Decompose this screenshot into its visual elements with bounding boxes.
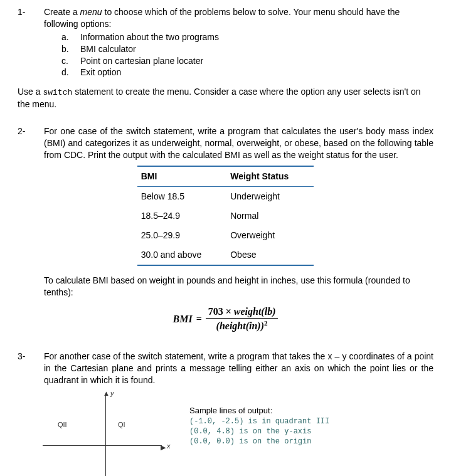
x-axis-label: x <box>167 442 171 451</box>
q1-switch-paragraph: Use a switch statement to create the men… <box>18 86 433 110</box>
q2-calc-intro: To calculate BMI based on weight in poun… <box>44 275 433 299</box>
q1-text-b: BMI calculator <box>80 43 136 55</box>
cell-status-1: Normal <box>226 206 314 226</box>
q1-item-a: a. Information about the two programs <box>61 31 433 43</box>
q1-letter-b: b. <box>61 43 73 55</box>
cell-bmi-0: Below 18.5 <box>137 187 227 206</box>
q1-intro-a: Create a <box>44 7 80 17</box>
table-row: 30.0 and above Obese <box>137 245 314 265</box>
q2-number: 2- <box>18 125 35 161</box>
q1-number: 1- <box>18 6 35 82</box>
cell-status-3: Obese <box>226 245 314 265</box>
formula-eq: = <box>196 312 202 326</box>
cell-status-2: Overweight <box>226 226 314 245</box>
cell-bmi-1: 18.5–24.9 <box>137 206 227 226</box>
q2-intro: For one case of the switch statement, wr… <box>44 125 433 161</box>
switch-keyword: switch <box>43 88 72 97</box>
q1-item-d: d. Exit option <box>61 66 433 78</box>
sample-output-title: Sample lines of output: <box>189 405 329 416</box>
bmi-table: BMI Weight Status Below 18.5 Underweight… <box>137 166 314 265</box>
q1-text-c: Point on cartesian plane locater <box>80 55 203 67</box>
q1-text-d: Exit option <box>80 66 121 78</box>
right-arrow-icon: ▶ <box>161 443 166 452</box>
q1-letter-d: d. <box>61 66 73 78</box>
table-row: 18.5–24.9 Normal <box>137 206 314 226</box>
y-axis-label: y <box>110 389 114 398</box>
cell-status-0: Underweight <box>226 187 314 206</box>
sample-output-lines: (-1.0, -2.5) is in quadrant III (0.0, 4.… <box>189 417 329 447</box>
bmi-th-status: Weight Status <box>226 166 314 186</box>
sample-output-block: Sample lines of output: (-1.0, -2.5) is … <box>189 390 329 447</box>
menu-keyword: menu <box>80 7 102 17</box>
cell-bmi-2: 25.0–29.9 <box>137 226 227 245</box>
quadrant-1-label: QI <box>118 420 125 430</box>
bmi-th-bmi: BMI <box>137 166 227 186</box>
q1-item-c: c. Point on cartesian plane locater <box>61 55 433 67</box>
formula-lhs: BMI <box>173 312 193 326</box>
formula-den-exp: 2 <box>264 319 268 327</box>
q1-use-b: statement to create the menu. Consider a… <box>18 87 420 109</box>
cell-bmi-3: 30.0 and above <box>137 245 227 265</box>
formula-num-b: weight(lb) <box>234 306 276 317</box>
cartesian-plane-diagram: ▲ ▶ x y QI QII QIII QIV <box>36 390 174 476</box>
quadrant-2-label: QII <box>58 420 67 430</box>
table-row: Below 18.5 Underweight <box>137 187 314 206</box>
y-axis-line <box>105 394 106 476</box>
up-arrow-icon: ▲ <box>103 389 110 398</box>
q1-letter-a: a. <box>61 31 73 43</box>
q1-body: Create a menu to choose which of the pro… <box>44 6 433 82</box>
formula-den-a: (height(in)) <box>216 321 264 332</box>
x-axis-line <box>43 445 162 446</box>
formula-num-a: 703 × <box>208 306 234 317</box>
q1-item-b: b. BMI calculator <box>61 43 433 55</box>
q1-text-a: Information about the two programs <box>80 31 219 43</box>
table-row: 25.0–29.9 Overweight <box>137 226 314 245</box>
bmi-formula: BMI = 703 × weight(lb) (height(in))2 <box>18 305 433 334</box>
q3-intro: For another case of the switch statement… <box>44 351 433 386</box>
q3-number: 3- <box>18 351 35 386</box>
q1-use-a: Use a <box>18 87 43 97</box>
q1-letter-c: c. <box>61 55 73 67</box>
